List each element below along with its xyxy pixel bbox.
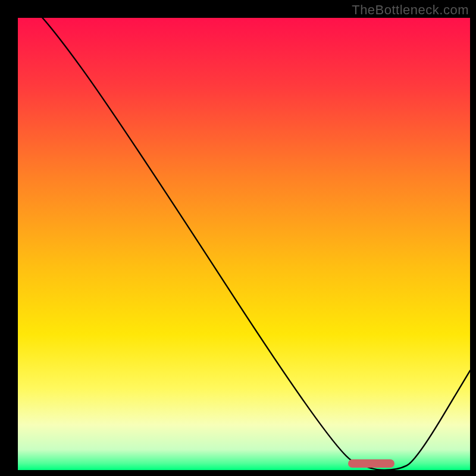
optimal-marker — [348, 459, 394, 468]
chart-frame: TheBottleneck.com — [0, 0, 476, 476]
chart-svg — [18, 18, 470, 470]
gradient-fill — [18, 18, 470, 470]
watermark-text: TheBottleneck.com — [352, 2, 469, 18]
plot-area — [18, 18, 470, 470]
